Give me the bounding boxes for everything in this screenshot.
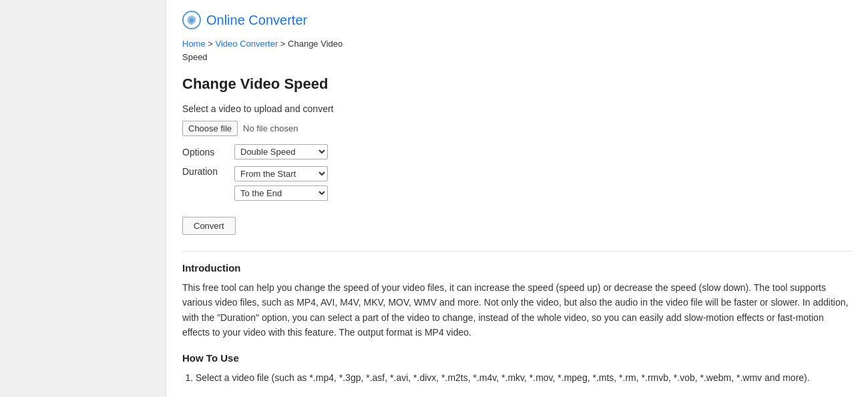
duration-end-select[interactable]: To the End Custom End [234,185,328,201]
page-title: Change Video Speed [182,75,852,93]
duration-selects: From the Start Custom Start To the End C… [234,166,328,201]
breadcrumb-sep1: > [206,39,216,49]
breadcrumb-video-converter[interactable]: Video Converter [216,39,278,49]
duration-row: Duration From the Start Custom Start To … [182,166,852,201]
upload-label: Select a video to upload and convert [182,103,852,114]
introduction-text: This free tool can help you change the s… [182,280,852,340]
introduction-title: Introduction [182,262,852,274]
breadcrumb: Home > Video Converter > Change VideoSpe… [182,37,852,63]
duration-label: Duration [182,166,229,177]
how-to-step-1: Select a video file (such as *.mp4, *.3g… [196,370,852,385]
main-content: Online Converter Home > Video Converter … [166,0,868,397]
breadcrumb-sep2: > [278,39,288,49]
speed-select[interactable]: Double Speed Half Speed 1.5x Speed Custo… [234,144,328,159]
how-to-list: Select a video file (such as *.mp4, *.3g… [182,370,852,385]
choose-file-button[interactable]: Choose file [182,121,238,136]
options-label: Options [182,147,229,157]
breadcrumb-home[interactable]: Home [182,39,206,49]
file-input-row: Choose file No file chosen [182,121,852,136]
logo-icon [182,11,201,29]
how-to-use-title: How To Use [182,352,852,364]
options-row: Options Double Speed Half Speed 1.5x Spe… [182,144,852,159]
logo-area: Online Converter [182,11,852,29]
section-divider [182,251,852,252]
duration-start-select[interactable]: From the Start Custom Start [234,166,328,181]
no-file-text: No file chosen [243,123,298,133]
convert-btn-wrapper: Convert [182,208,852,251]
convert-button[interactable]: Convert [182,217,236,235]
left-sidebar [0,0,166,397]
logo-text: Online Converter [206,13,307,28]
